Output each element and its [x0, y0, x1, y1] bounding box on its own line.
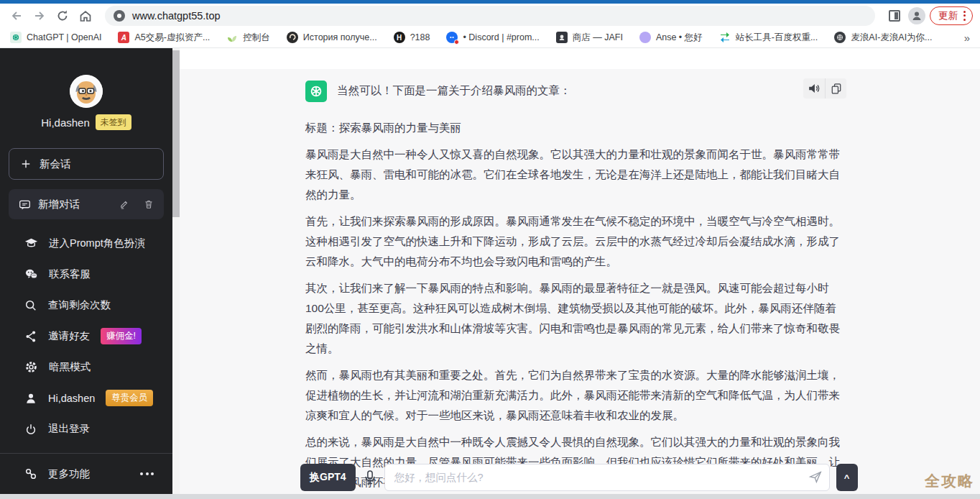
link-icon [24, 467, 37, 480]
vip-badge: 尊贵会员 [106, 390, 153, 406]
sidebar: Hi,dashen 未签到 新会话 新增对话 进入Prompt角色扮演 [0, 48, 172, 494]
message-paragraph: 暴风雨是大自然中一种令人又惊又喜的自然现象。它以其强大的力量和壮观的景象而闻名于… [305, 145, 841, 205]
edit-icon[interactable] [119, 199, 129, 209]
chrome-update-button[interactable]: 更新 [930, 6, 973, 25]
discord-favicon [446, 32, 458, 43]
chat-bubble-icon [19, 198, 31, 211]
sidebar-item-prompt-roleplay[interactable]: 进入Prompt角色扮演 [0, 228, 172, 259]
power-icon [24, 423, 37, 436]
collapse-button[interactable]: ^ [836, 464, 858, 491]
update-label: 更新 [938, 9, 958, 22]
bookmark-shop-jafi[interactable]: 商店 — JAFI [556, 32, 623, 44]
message-paragraph: 首先，让我们来探索暴风雨的形成原因。暴风雨通常发生在气候不稳定的环境中，当暖空气… [305, 211, 841, 272]
conversation-item[interactable]: 新增对话 [9, 189, 164, 219]
scrollbar-thumb[interactable] [172, 50, 180, 217]
shop-favicon [556, 32, 568, 43]
bookmark-discord[interactable]: • Discord | #prom... [446, 32, 539, 43]
user-icon [24, 392, 37, 405]
sprout-favicon [226, 32, 238, 43]
wechat-icon [24, 267, 38, 281]
message-paragraph: 其次，让我们来了解一下暴风雨的特点和影响。暴风雨的最显著特征之一就是强风。风速可… [305, 278, 841, 359]
a5-favicon: A [118, 32, 129, 43]
url-text[interactable]: www.chatgpt55.top [132, 10, 221, 22]
sidebar-item-contact-support[interactable]: 联系客服 [0, 259, 172, 290]
chat-input[interactable] [384, 464, 830, 491]
message-intro: 当然可以！下面是一篇关于介绍暴风雨的文章： [337, 81, 571, 101]
new-chat-button[interactable]: 新会话 [9, 148, 164, 180]
gear-icon [24, 360, 38, 374]
checkin-badge[interactable]: 未签到 [96, 114, 131, 130]
bookmark-chinaz[interactable]: 站长工具-百度权重... [719, 32, 818, 44]
chinaz-favicon [719, 32, 731, 43]
chat-main: 当然可以！下面是一篇关于介绍暴风雨的文章： 标题：探索暴风雨的力量与美丽 暴风雨… [180, 48, 980, 494]
h-favicon: H [394, 32, 405, 43]
reload-icon[interactable] [53, 6, 72, 25]
bookmarks-bar: ChatGPT | OpenAI A A5交易-虚拟资产... 控制台 Исто… [0, 27, 980, 48]
address-bar[interactable]: www.chatgpt55.top [105, 6, 875, 26]
profile-icon[interactable] [908, 7, 925, 24]
dark-swirl-favicon [287, 32, 298, 43]
graduation-cap-icon [24, 237, 38, 250]
message-paragraph: 然而，暴风雨也有其美丽和重要之处。首先，它们为自然界带来了宝贵的水资源。大量的降… [305, 365, 841, 426]
side-panel-icon[interactable] [885, 6, 904, 25]
sidebar-item-invite-friends[interactable]: 邀请好友 赚佣金! [0, 321, 172, 352]
search-icon [24, 299, 37, 312]
bookmark-chatgpt-openai[interactable]: ChatGPT | OpenAI [10, 32, 101, 43]
send-icon[interactable] [808, 470, 823, 487]
share-icon [24, 330, 37, 343]
browser-toolbar: www.chatgpt55.top 更新 [0, 4, 980, 27]
browser-window: www.chatgpt55.top 更新 ChatGPT | OpenAI A … [0, 0, 980, 499]
sidebar-item-check-remaining[interactable]: 查询剩余次数 [0, 290, 172, 321]
chat-input-row: 换GPT4 ^ [300, 463, 861, 492]
sidebar-item-dark-mode[interactable]: 暗黑模式 [0, 352, 172, 383]
greeting-text: Hi,dashen [41, 116, 90, 129]
watermark-text: 全攻略 [925, 471, 974, 491]
sidebar-item-logout[interactable]: 退出登录 [0, 413, 172, 444]
purple-favicon [639, 32, 651, 43]
bookmarks-overflow-chevron[interactable]: » [964, 32, 970, 44]
openai-favicon [10, 32, 22, 43]
plus-icon [21, 159, 31, 169]
user-avatar[interactable] [70, 75, 103, 108]
conversation-label: 新增对话 [38, 198, 112, 211]
assistant-message: 当然可以！下面是一篇关于介绍暴风雨的文章： 标题：探索暴风雨的力量与美丽 暴风雨… [305, 81, 841, 493]
chat-scrollbar[interactable] [172, 48, 180, 494]
bookmark-anse[interactable]: Anse • 您好 [639, 32, 703, 44]
ellipsis-icon[interactable] [140, 472, 154, 475]
commission-badge: 赚佣金! [101, 328, 142, 344]
chatgpt-logo-icon [305, 81, 327, 102]
sidebar-footer-more-features[interactable]: 更多功能 [0, 453, 172, 494]
bookmark-188[interactable]: H ?188 [394, 32, 430, 43]
bookmark-mailang[interactable]: 麦浪AI-麦浪AI为你... [834, 32, 932, 44]
home-icon[interactable] [76, 6, 95, 25]
chat-input-container [384, 464, 830, 491]
menu-dots-icon[interactable] [963, 11, 966, 21]
bookmark-a5[interactable]: A A5交易-虚拟资产... [118, 32, 210, 44]
message-title-line: 标题：探索暴风雨的力量与美丽 [305, 118, 841, 138]
globe-favicon [834, 32, 846, 43]
forward-icon[interactable] [30, 6, 49, 25]
bookmark-console[interactable]: 控制台 [226, 32, 270, 44]
microphone-icon[interactable] [362, 469, 378, 486]
site-info-icon[interactable] [114, 10, 125, 22]
bookmark-istoria[interactable]: История получе... [287, 32, 377, 43]
sidebar-menu: 进入Prompt角色扮演 联系客服 查询剩余次数 邀请好友 赚佣金! 暗黑模式 [0, 228, 172, 444]
sidebar-greeting: Hi,dashen 未签到 [0, 114, 172, 130]
back-icon[interactable] [7, 6, 26, 25]
window-bottom-edge [0, 494, 980, 499]
delete-icon[interactable] [144, 199, 154, 209]
sidebar-item-account[interactable]: Hi,dashen 尊贵会员 [0, 383, 172, 413]
switch-model-button[interactable]: 换GPT4 [300, 464, 356, 491]
